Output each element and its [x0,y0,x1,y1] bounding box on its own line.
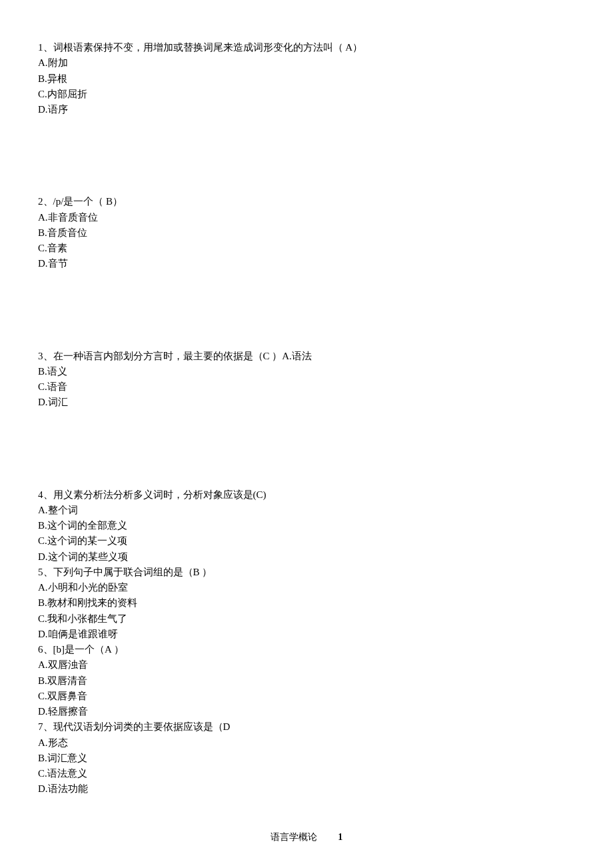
question-stem: 2、/p/是一个（ B） [38,194,575,209]
question-stem: 7、现代汉语划分词类的主要依据应该是（D [38,719,575,735]
question-1: 1、词根语素保持不变，用增加或替换词尾来造成词形变化的方法叫（ A）A.附加B.… [38,40,575,117]
spacing-gap [38,272,575,349]
question-6: 6、[b]是一个（A ）A.双唇浊音B.双唇清音C.双唇鼻音D.轻唇擦音 [38,642,575,719]
question-option: D.音节 [38,256,575,271]
question-option: B.词汇意义 [38,751,575,766]
question-stem: 4、用义素分析法分析多义词时，分析对象应该是(C) [38,487,575,503]
question-option: C.内部屈折 [38,87,575,102]
question-option: D.咱俩是谁跟谁呀 [38,627,575,642]
question-option: A.整个词 [38,503,575,518]
footer-page-number: 1 [338,830,342,845]
question-option: C.语法意义 [38,766,575,781]
question-option: C.我和小张都生气了 [38,611,575,627]
question-stem: 5、下列句子中属于联合词组的是（B ） [38,565,575,580]
question-option: D.语序 [38,102,575,117]
question-option: D.这个词的某些义项 [38,549,575,565]
question-option: A.双唇浊音 [38,657,575,673]
question-7: 7、现代汉语划分词类的主要依据应该是（DA.形态B.词汇意义C.语法意义D.语法… [38,719,575,797]
question-4: 4、用义素分析法分析多义词时，分析对象应该是(C)A.整个词B.这个词的全部意义… [38,487,575,565]
question-option: B.音质音位 [38,225,575,241]
spacing-gap [38,117,575,194]
question-option: A.小明和小光的卧室 [38,580,575,595]
spacing-gap [38,411,575,487]
question-option: B.语义 [38,364,575,379]
question-option: D.语法功能 [38,781,575,797]
footer-title: 语言学概论 [271,832,317,842]
question-stem: 6、[b]是一个（A ） [38,642,575,657]
question-option: D.词汇 [38,395,575,410]
question-option: D.轻唇擦音 [38,704,575,719]
question-option: B.这个词的全部意义 [38,518,575,533]
question-stem: 1、词根语素保持不变，用增加或替换词尾来造成词形变化的方法叫（ A） [38,40,575,55]
question-option: A.非音质音位 [38,210,575,225]
question-5: 5、下列句子中属于联合词组的是（B ）A.小明和小光的卧室B.教材和刚找来的资料… [38,565,575,642]
question-option: C.音素 [38,241,575,256]
question-option: A.附加 [38,55,575,71]
question-option: B.异根 [38,71,575,87]
question-option: C.语音 [38,379,575,395]
question-stem: 3、在一种语言内部划分方言时，最主要的依据是（C ）A.语法 [38,349,575,364]
question-3: 3、在一种语言内部划分方言时，最主要的依据是（C ）A.语法B.语义C.语音D.… [38,349,575,411]
question-option: B.教材和刚找来的资料 [38,595,575,611]
question-option: C.这个词的某一义项 [38,533,575,549]
question-option: A.形态 [38,735,575,751]
question-2: 2、/p/是一个（ B）A.非音质音位B.音质音位C.音素D.音节 [38,194,575,271]
question-option: C.双唇鼻音 [38,689,575,704]
question-option: B.双唇清音 [38,673,575,689]
